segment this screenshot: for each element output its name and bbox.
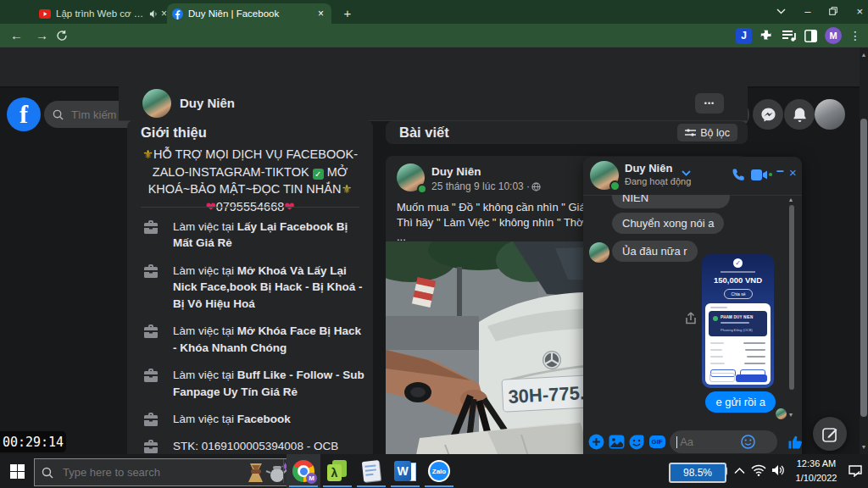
messenger-icon[interactable] bbox=[753, 99, 783, 130]
clock[interactable]: 12:36 AM 1/10/2022 bbox=[788, 457, 844, 485]
filter-button[interactable]: Bộ lọc bbox=[677, 124, 737, 141]
profile-more-button[interactable]: ••• bbox=[695, 93, 724, 114]
intro-item-work: Làm việc tại Lấy Lại Facebook Bị Mất Giá… bbox=[142, 219, 364, 252]
chat-window: Duy Niên Đang hoạt động – × NIÊN Chuyển … bbox=[583, 157, 802, 458]
voice-call-icon[interactable] bbox=[731, 168, 745, 182]
intro-item-work: Làm việc tại Mở Khoá Và Lấy Lại Nick Fac… bbox=[142, 263, 364, 312]
chat-options-chevron-icon[interactable] bbox=[682, 170, 691, 176]
post-author-name[interactable]: Duy Niên bbox=[431, 165, 481, 178]
compose-pencil-icon bbox=[822, 426, 838, 442]
video-call-icon[interactable] bbox=[751, 169, 768, 180]
composer-plus-icon[interactable] bbox=[587, 432, 607, 452]
taskbar-search-input[interactable] bbox=[61, 465, 209, 480]
facebook-favicon bbox=[172, 8, 183, 19]
profile-sticky-bar: Duy Niên ••• bbox=[119, 86, 748, 121]
chat-minimize-icon[interactable]: – bbox=[776, 164, 784, 179]
new-tab-button[interactable]: + bbox=[337, 3, 358, 24]
scroll-up-icon[interactable]: ▲ bbox=[860, 52, 868, 58]
receipt-share-button: Chia sẻ bbox=[724, 289, 753, 299]
tab-audio-icon[interactable] bbox=[149, 9, 159, 19]
chat-message-out: e gửi rồi a bbox=[705, 391, 776, 413]
taskbar-search[interactable] bbox=[34, 458, 297, 486]
tray-chevron-up-icon[interactable] bbox=[734, 467, 745, 474]
new-message-button[interactable] bbox=[813, 417, 847, 451]
composer-emoji-icon[interactable] bbox=[741, 435, 755, 449]
youtube-favicon bbox=[39, 9, 51, 19]
extension-j-icon[interactable]: J bbox=[736, 28, 752, 44]
profile-avatar[interactable] bbox=[815, 99, 845, 130]
chat-input[interactable] bbox=[670, 430, 777, 453]
battery-indicator[interactable]: 98.5% bbox=[669, 463, 726, 483]
window-minimize-icon[interactable]: – bbox=[804, 5, 810, 18]
chat-message-in: NIÊN bbox=[612, 195, 730, 208]
playlist-extension-icon[interactable] bbox=[782, 30, 797, 42]
chat-message-in: Chuyển xong nói a bbox=[612, 213, 724, 234]
posts-header-card: Bài viết Bộ lọc bbox=[386, 121, 748, 144]
facebook-logo[interactable]: f bbox=[7, 97, 41, 131]
window-close-icon[interactable]: × bbox=[856, 5, 863, 18]
check-icon: ✓ bbox=[313, 169, 324, 180]
intro-item-work: Làm việc tại Buff Like - Follow - Sub Fa… bbox=[142, 367, 364, 400]
notifications-bell-icon[interactable] bbox=[784, 99, 815, 130]
extensions-puzzle-icon[interactable] bbox=[760, 29, 774, 43]
windows-logo-icon bbox=[10, 464, 25, 479]
browser-profile-avatar[interactable]: M bbox=[825, 27, 842, 44]
briefcase-icon bbox=[142, 324, 159, 339]
seen-indicator-avatar bbox=[776, 408, 787, 419]
sidebar-extension-icon[interactable] bbox=[804, 30, 817, 42]
taskbar-zalo-icon[interactable]: Zalo bbox=[422, 454, 456, 488]
chat-scroll-down-icon[interactable]: ▼ bbox=[787, 412, 795, 418]
receipt-bank-name: Phương Đông (OCB) bbox=[721, 328, 753, 332]
taskbar-notepad-icon[interactable] bbox=[354, 454, 388, 488]
profile-avatar-small[interactable] bbox=[142, 89, 171, 118]
composer-like-icon[interactable] bbox=[785, 432, 805, 452]
window-restore-icon[interactable] bbox=[829, 7, 837, 15]
composer-sticker-icon[interactable] bbox=[627, 432, 648, 452]
receipt-home-button bbox=[709, 373, 735, 382]
fleur-icon: ⚜ bbox=[142, 147, 153, 161]
online-indicator bbox=[417, 184, 427, 194]
chat-close-icon[interactable]: × bbox=[789, 165, 797, 180]
transfer-amount: 150,000 VND bbox=[702, 275, 774, 285]
scroll-down-icon[interactable]: ▼ bbox=[860, 444, 868, 450]
chat-name: Duy Niên bbox=[625, 163, 672, 175]
tray-date: 1/10/2022 bbox=[788, 471, 844, 485]
page-scrollbar-thumb[interactable] bbox=[860, 119, 867, 417]
text-cursor bbox=[676, 436, 677, 448]
filter-sliders-icon bbox=[685, 128, 696, 137]
taskbar-editor-lambda-icon[interactable]: λ bbox=[320, 454, 354, 488]
browser-toolbar: ← → facebook.com/PhamDuyNien.dvfb ☆ J M … bbox=[0, 24, 868, 47]
forward-share-icon[interactable] bbox=[685, 312, 697, 325]
browser-tabstrip: Lập trình Web cơ bản - Buổi × Duy Niên |… bbox=[0, 0, 868, 24]
posts-title: Bài viết bbox=[399, 125, 449, 141]
tab-close-icon[interactable]: × bbox=[315, 8, 326, 19]
reload-icon[interactable] bbox=[56, 30, 68, 42]
chat-scroll-up-icon[interactable]: ▲ bbox=[787, 197, 795, 202]
action-center-icon[interactable] bbox=[849, 465, 862, 477]
chat-scrollbar-thumb[interactable] bbox=[789, 205, 794, 390]
receipt-new-transaction-button bbox=[736, 374, 767, 382]
speaker-icon[interactable] bbox=[771, 464, 784, 476]
facebook-header: f bbox=[0, 47, 868, 86]
receipt-card: PHAM DUY NIEN Phương Đông (OCB) bbox=[705, 303, 771, 385]
composer-photo-icon[interactable] bbox=[607, 432, 627, 452]
chrome-profile-badge: M bbox=[306, 473, 317, 484]
window-menu-chevron-icon[interactable] bbox=[776, 8, 786, 14]
tray-time: 12:36 AM bbox=[788, 457, 844, 471]
browser-tab-facebook[interactable]: Duy Niên | Facebook × bbox=[167, 3, 331, 24]
browser-tab-youtube[interactable]: Lập trình Web cơ bản - Buổi × bbox=[34, 3, 175, 24]
composer-gif-icon[interactable]: GIF bbox=[647, 432, 667, 452]
taskbar-chrome-icon[interactable]: M bbox=[287, 454, 320, 488]
back-button[interactable]: ← bbox=[10, 24, 23, 47]
wifi-icon[interactable] bbox=[751, 464, 766, 476]
chat-header[interactable]: Duy Niên Đang hoạt động – × bbox=[583, 157, 802, 196]
forward-button[interactable]: → bbox=[36, 24, 48, 47]
start-button[interactable] bbox=[0, 454, 34, 488]
screen: Lập trình Web cơ bản - Buổi × Duy Niên |… bbox=[0, 0, 868, 488]
chat-image-transfer-receipt[interactable]: ✓ 150,000 VND Chia sẻ PHAM DUY NIEN Phươ… bbox=[702, 254, 774, 388]
page-scrollbar[interactable]: ▲ ▼ bbox=[860, 47, 868, 454]
taskbar-word-icon[interactable]: W bbox=[388, 454, 422, 488]
message-avatar bbox=[589, 242, 609, 263]
browser-menu-dots-icon[interactable]: ⋮ bbox=[849, 29, 861, 42]
post-timestamp[interactable]: 25 tháng 9 lúc 10:03 · bbox=[431, 180, 541, 192]
